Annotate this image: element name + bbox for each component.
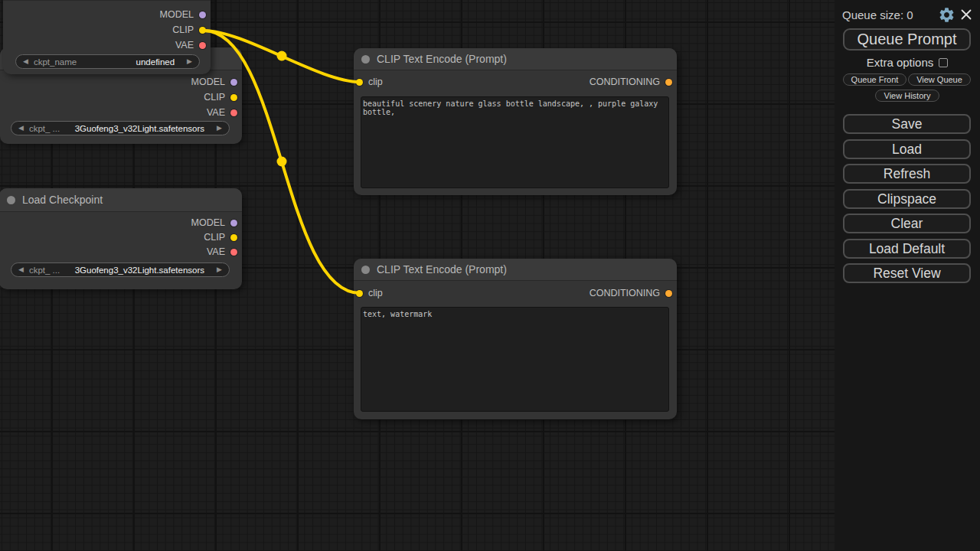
output-label: MODEL [191, 77, 225, 87]
widget-value: 3Guofeng3_v32Light.safetensors [65, 266, 211, 275]
input-label: clip [368, 288, 383, 298]
collapse-dot-icon[interactable] [361, 266, 370, 274]
queue-size-label: Queue size: 0 [842, 8, 913, 21]
conditioning-slot-dot[interactable] [665, 290, 672, 297]
output-slot-vae[interactable]: VAE [175, 37, 211, 53]
save-button[interactable]: Save [843, 114, 971, 134]
node-header[interactable] [3, 0, 211, 1]
clip-slot-dot[interactable] [230, 234, 237, 241]
output-slot-model[interactable]: MODEL [191, 215, 242, 230]
queue-prompt-button[interactable]: Queue Prompt [843, 28, 971, 51]
extra-options-label: Extra options [867, 56, 934, 69]
widget-name: ckpt_ ... [29, 124, 60, 133]
clear-button[interactable]: Clear [843, 214, 971, 233]
view-queue-button[interactable]: View Queue [908, 73, 971, 86]
collapse-dot-icon[interactable] [361, 55, 370, 64]
output-label: CONDITIONING [590, 77, 660, 87]
output-label: CLIP [204, 92, 225, 103]
view-history-button[interactable]: View History [875, 90, 939, 102]
close-icon[interactable] [960, 8, 972, 21]
clip-slot-dot[interactable] [230, 94, 237, 101]
node-graph-canvas[interactable]: MODEL CLIP VAE ◀ ckpt_ ... 3Guofeng3_v32… [0, 0, 835, 551]
prompt-textarea[interactable]: text, watermark [361, 307, 669, 412]
vae-slot-dot[interactable] [199, 42, 206, 49]
model-slot-dot[interactable] [230, 220, 237, 227]
link-midpoint-dot[interactable] [277, 51, 287, 61]
output-slot-clip[interactable]: CLIP [204, 230, 242, 245]
node-load-checkpoint[interactable]: Load Checkpoint MODEL CLIP VAE ◀ ckpt_ .… [0, 188, 242, 289]
node-title: CLIP Text Encode (Prompt) [377, 263, 507, 276]
widget-prev-arrow-icon[interactable]: ◀ [23, 58, 28, 65]
widget-name: ckpt_name [34, 57, 77, 67]
widget-prev-arrow-icon[interactable]: ◀ [18, 125, 24, 132]
settings-gear-icon[interactable] [938, 6, 956, 24]
collapse-dot-icon[interactable] [7, 196, 15, 204]
output-slot-clip[interactable]: CLIP [172, 22, 211, 37]
output-label: MODEL [160, 9, 194, 20]
model-slot-dot[interactable] [199, 11, 206, 18]
output-slot-vae[interactable]: VAE [207, 105, 242, 120]
output-label: VAE [175, 40, 194, 51]
conditioning-slot-dot[interactable] [665, 79, 672, 86]
input-slot-clip[interactable]: clip [354, 285, 383, 301]
widget-name: ckpt_ ... [29, 266, 60, 275]
input-label: clip [368, 77, 383, 87]
clip-input-dot[interactable] [356, 79, 363, 86]
load-default-button[interactable]: Load Default [843, 239, 971, 259]
node-header[interactable]: CLIP Text Encode (Prompt) [354, 259, 677, 281]
ckpt-name-widget[interactable]: ◀ ckpt_name undefined ▶ [15, 54, 200, 69]
output-slot-model[interactable]: MODEL [160, 7, 211, 22]
widget-next-arrow-icon[interactable]: ▶ [187, 58, 192, 65]
prompt-textarea[interactable]: beautiful scenery nature glass bottle la… [361, 96, 669, 188]
widget-next-arrow-icon[interactable]: ▶ [217, 266, 222, 273]
node-checkpoint-top[interactable]: MODEL CLIP VAE ◀ ckpt_name undefined ▶ [3, 0, 211, 74]
output-slot-model[interactable]: MODEL [191, 74, 242, 90]
refresh-button[interactable]: Refresh [843, 164, 971, 184]
output-slot-conditioning[interactable]: CONDITIONING [590, 285, 677, 301]
output-label: VAE [207, 107, 225, 118]
output-label: CLIP [172, 24, 194, 35]
output-slot-vae[interactable]: VAE [207, 244, 242, 259]
widget-next-arrow-icon[interactable]: ▶ [217, 125, 222, 132]
output-label: CONDITIONING [590, 288, 660, 298]
extra-options-checkbox[interactable] [939, 58, 948, 67]
node-header[interactable]: Load Checkpoint [0, 188, 242, 212]
ckpt-name-widget[interactable]: ◀ ckpt_ ... 3Guofeng3_v32Light.safetenso… [11, 262, 230, 277]
extra-options-row: Extra options [835, 56, 980, 69]
vae-slot-dot[interactable] [230, 249, 237, 256]
output-label: CLIP [204, 232, 225, 243]
widget-value: 3Guofeng3_v32Light.safetensors [65, 124, 211, 133]
link-midpoint-dot[interactable] [277, 157, 287, 167]
ckpt-name-widget[interactable]: ◀ ckpt_ ... 3Guofeng3_v32Light.safetenso… [11, 121, 230, 135]
node-clip-text-encode-positive[interactable]: CLIP Text Encode (Prompt) clip CONDITION… [354, 48, 677, 195]
vae-slot-dot[interactable] [230, 109, 237, 116]
widget-prev-arrow-icon[interactable]: ◀ [18, 266, 24, 273]
model-slot-dot[interactable] [230, 79, 237, 86]
clip-slot-dot[interactable] [199, 27, 206, 34]
node-title: Load Checkpoint [22, 194, 103, 206]
clip-input-dot[interactable] [356, 290, 363, 297]
node-clip-text-encode-negative[interactable]: CLIP Text Encode (Prompt) clip CONDITION… [354, 259, 677, 419]
comfy-menu-panel: Queue size: 0 Queue Prompt Extra options… [835, 0, 980, 551]
node-header[interactable]: CLIP Text Encode (Prompt) [354, 48, 677, 70]
input-slot-clip[interactable]: clip [354, 74, 383, 90]
output-label: VAE [207, 246, 225, 257]
load-button[interactable]: Load [843, 139, 971, 159]
clipspace-button[interactable]: Clipspace [843, 189, 971, 209]
queue-front-button[interactable]: Queue Front [843, 73, 906, 86]
output-label: MODEL [191, 217, 225, 228]
output-slot-clip[interactable]: CLIP [204, 90, 242, 105]
reset-view-button[interactable]: Reset View [843, 263, 971, 283]
output-slot-conditioning[interactable]: CONDITIONING [590, 74, 677, 90]
node-title: CLIP Text Encode (Prompt) [377, 53, 507, 65]
widget-value: undefined [82, 57, 181, 67]
